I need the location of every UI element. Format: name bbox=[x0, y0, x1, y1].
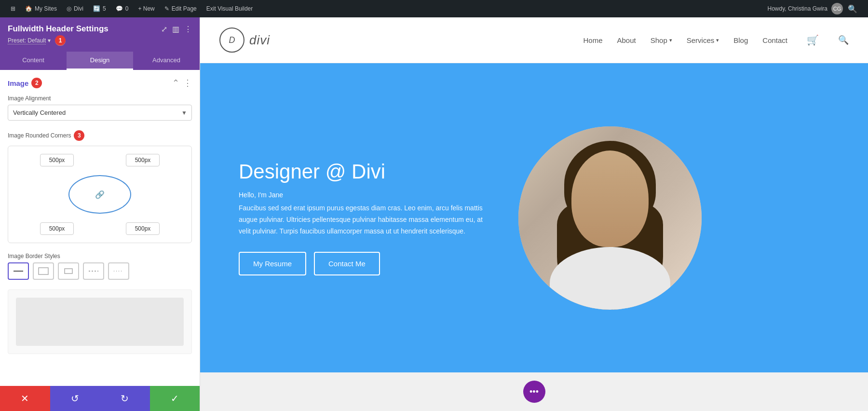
speech-item[interactable]: 💬 0 bbox=[111, 0, 134, 17]
redo-icon: ↻ bbox=[121, 393, 129, 404]
fab-icon: ••• bbox=[529, 387, 539, 397]
nav-about[interactable]: About bbox=[617, 36, 636, 44]
undo-button[interactable]: ↺ bbox=[50, 386, 100, 411]
alignment-select[interactable]: Vertically Centered bbox=[8, 105, 192, 121]
tab-content-label: Content bbox=[22, 56, 44, 64]
divi-item[interactable]: ◎ Divi bbox=[62, 0, 88, 17]
section-more-icon[interactable]: ⋮ bbox=[183, 78, 192, 88]
link-icon[interactable]: 🔗 bbox=[95, 190, 105, 199]
nav-services[interactable]: Services ▾ bbox=[687, 36, 719, 44]
divi-label: Divi bbox=[74, 5, 83, 12]
image-section-header: Image 2 ⌃ ⋮ bbox=[8, 78, 192, 88]
new-label: + New bbox=[138, 5, 154, 12]
wp-icon: ⊞ bbox=[11, 5, 15, 12]
alignment-select-wrapper: Vertically Centered ▼ bbox=[8, 105, 192, 121]
border-style-dashed[interactable] bbox=[83, 262, 104, 280]
cart-icon[interactable]: 🛒 bbox=[807, 34, 819, 46]
howdy-text: Howdy, Christina Gwira bbox=[768, 5, 827, 12]
svg-rect-1 bbox=[39, 268, 48, 274]
panel-header: Fullwidth Header Settings ⤢ ▥ ⋮ Preset: … bbox=[0, 17, 200, 52]
border-styles-row bbox=[8, 262, 192, 280]
contact-btn-label: Contact Me bbox=[328, 260, 366, 268]
logo-text: divi bbox=[249, 33, 270, 48]
hero-content: Designer @ Divi Hello, I'm Jane Faucibus… bbox=[239, 160, 489, 275]
tab-advanced[interactable]: Advanced bbox=[133, 52, 200, 70]
split-icon[interactable]: ▥ bbox=[172, 25, 179, 34]
border-preview-inner bbox=[16, 298, 184, 346]
services-caret: ▾ bbox=[716, 37, 719, 43]
tab-content[interactable]: Content bbox=[0, 52, 67, 70]
corners-center: 🔗 bbox=[68, 170, 131, 219]
panel-tabs: Content Design Advanced bbox=[0, 52, 200, 70]
corner-ellipse: 🔗 bbox=[68, 175, 131, 214]
home-icon: 🏠 bbox=[25, 5, 32, 12]
shop-caret: ▾ bbox=[669, 37, 672, 43]
bottom-section: ••• bbox=[200, 372, 868, 411]
undo-icon: ↺ bbox=[71, 393, 79, 404]
site-nav-links: Home About Shop ▾ Services ▾ Blog Contac… bbox=[583, 34, 849, 46]
site-nav: D divi Home About Shop ▾ Services ▾ Blog… bbox=[200, 17, 868, 63]
edit-page-item[interactable]: ✎ Edit Page bbox=[160, 0, 202, 17]
exit-builder-item[interactable]: Exit Visual Builder bbox=[202, 0, 258, 17]
nav-shop[interactable]: Shop ▾ bbox=[651, 36, 672, 44]
resume-button[interactable]: My Resume bbox=[239, 252, 306, 275]
purple-fab[interactable]: ••• bbox=[523, 381, 545, 403]
corner-tl-input[interactable] bbox=[40, 154, 74, 166]
divi-icon: ◎ bbox=[67, 5, 71, 12]
settings-panel: Fullwidth Header Settings ⤢ ▥ ⋮ Preset: … bbox=[0, 17, 200, 411]
contact-button[interactable]: Contact Me bbox=[314, 252, 380, 275]
step-badge-3: 3 bbox=[74, 130, 84, 141]
site-preview: D divi Home About Shop ▾ Services ▾ Blog… bbox=[200, 17, 868, 411]
save-button[interactable]: ✓ bbox=[150, 386, 200, 411]
step-badge-1: 1 bbox=[55, 35, 66, 46]
hero-title: Designer @ Divi bbox=[239, 160, 489, 183]
expand-icon[interactable]: ⤢ bbox=[161, 25, 167, 34]
border-style-dotted[interactable] bbox=[108, 262, 129, 280]
corners-visual: 🔗 bbox=[8, 146, 192, 243]
nav-home[interactable]: Home bbox=[583, 36, 602, 44]
panel-title: Fullwidth Header Settings bbox=[8, 24, 108, 34]
tab-design[interactable]: Design bbox=[67, 52, 133, 70]
corner-br-input[interactable] bbox=[126, 222, 160, 235]
section-title-text: Image bbox=[8, 79, 28, 87]
cancel-button[interactable]: ✕ bbox=[0, 386, 50, 411]
panel-title-row: Fullwidth Header Settings ⤢ ▥ ⋮ bbox=[8, 24, 192, 34]
more-icon[interactable]: ⋮ bbox=[184, 25, 192, 34]
howdy-section: Howdy, Christina Gwira CG bbox=[768, 3, 843, 14]
panel-footer: ✕ ↺ ↻ ✓ bbox=[0, 386, 200, 411]
admin-search-icon[interactable]: 🔍 bbox=[843, 4, 862, 14]
redo-button[interactable]: ↻ bbox=[100, 386, 150, 411]
corner-bl-input[interactable] bbox=[40, 222, 74, 235]
border-style-solid[interactable] bbox=[8, 262, 29, 280]
nav-blog[interactable]: Blog bbox=[733, 36, 748, 44]
cancel-icon: ✕ bbox=[21, 393, 29, 404]
corner-tr-input[interactable] bbox=[126, 154, 160, 166]
logo-letter: D bbox=[229, 35, 235, 45]
collapse-icon[interactable]: ⌃ bbox=[172, 78, 179, 88]
resume-btn-label: My Resume bbox=[253, 260, 292, 268]
search-icon[interactable]: 🔍 bbox=[838, 35, 849, 45]
my-sites-item[interactable]: 🏠 My Sites bbox=[20, 0, 62, 17]
exit-builder-label: Exit Visual Builder bbox=[206, 5, 253, 12]
border-style-outer[interactable] bbox=[33, 262, 54, 280]
border-preview-area bbox=[8, 289, 192, 354]
border-styles-label: Image Border Styles bbox=[8, 253, 192, 260]
wp-admin-bar: ⊞ 🏠 My Sites ◎ Divi 🔄 5 💬 0 + New ✎ Edit… bbox=[0, 0, 868, 17]
wp-logo-item[interactable]: ⊞ bbox=[6, 0, 20, 17]
rounded-corners-label: Image Rounded Corners bbox=[8, 132, 71, 139]
panel-preset[interactable]: Preset: Default ▾ 1 bbox=[8, 35, 192, 46]
comments-count: 5 bbox=[103, 5, 106, 12]
border-style-inner[interactable] bbox=[58, 262, 79, 280]
nav-contact[interactable]: Contact bbox=[762, 36, 787, 44]
image-section-title: Image 2 bbox=[8, 78, 42, 88]
site-logo: D divi bbox=[219, 27, 270, 53]
speech-count: 0 bbox=[125, 5, 129, 12]
new-item[interactable]: + New bbox=[133, 0, 159, 17]
panel-title-icons: ⤢ ▥ ⋮ bbox=[161, 25, 192, 34]
comments-item[interactable]: 🔄 5 bbox=[88, 0, 111, 17]
hero-buttons: My Resume Contact Me bbox=[239, 252, 489, 275]
my-sites-label: My Sites bbox=[35, 5, 57, 12]
section-actions[interactable]: ⌃ ⋮ bbox=[172, 78, 192, 88]
hero-body: Faucibus sed sed erat ipsum purus egesta… bbox=[239, 203, 489, 237]
hero-image bbox=[518, 126, 702, 310]
